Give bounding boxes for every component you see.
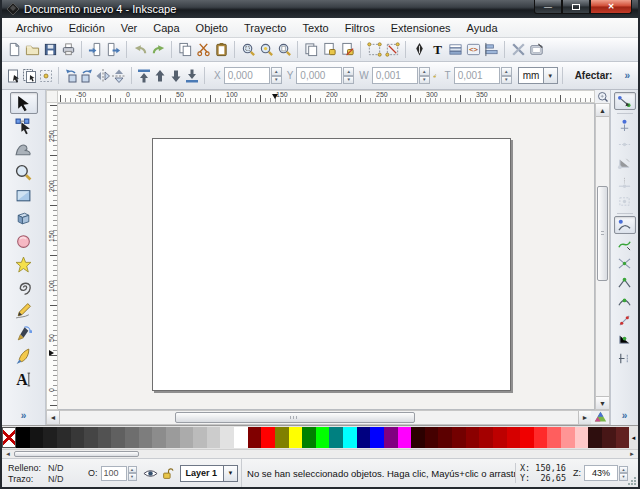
menu-texto[interactable]: Texto	[294, 20, 336, 36]
palette-swatch[interactable]	[602, 427, 616, 448]
ungroup-button[interactable]	[384, 40, 400, 59]
input-devices-button[interactable]	[528, 40, 544, 59]
deselect-button[interactable]	[38, 65, 54, 86]
palette-swatch[interactable]	[248, 427, 262, 448]
units-dropdown[interactable]: mm▼	[518, 67, 558, 84]
tool-tweak-button[interactable]	[10, 138, 38, 160]
fill-stroke-indicator[interactable]: Relleno: N/D Trazo: N/D	[4, 463, 86, 484]
menu-archivo[interactable]: Archivo	[8, 20, 61, 36]
snap-nodes-button[interactable]	[614, 216, 636, 234]
opacity-field[interactable]	[101, 466, 127, 481]
snap-cusp-nodes-button[interactable]	[614, 273, 636, 291]
palette-swatch[interactable]	[16, 427, 30, 448]
canvas[interactable]	[58, 103, 595, 410]
palette-swatch[interactable]	[384, 427, 398, 448]
scroll-up-icon[interactable]: ▲	[596, 104, 609, 117]
select-all-button[interactable]	[6, 65, 22, 86]
x-spinner[interactable]: ▲▼	[271, 67, 282, 84]
snap-bbox-corners-button[interactable]	[614, 154, 636, 172]
minimize-button[interactable]: —	[534, 0, 562, 14]
zoom-page-button[interactable]	[276, 40, 292, 59]
palette-swatch[interactable]	[479, 427, 493, 448]
layer-lock-icon[interactable]	[162, 467, 175, 480]
palette-swatch[interactable]	[534, 427, 548, 448]
zoom-corner-button[interactable]	[595, 90, 610, 103]
tool-controls-expander[interactable]: »	[620, 70, 634, 81]
width-spinner[interactable]: ▲▼	[419, 67, 430, 84]
tool-bezier-button[interactable]	[10, 322, 38, 344]
text-dialog-button[interactable]: T	[429, 40, 445, 59]
palette-swatch[interactable]	[43, 427, 57, 448]
snap-enable-button[interactable]	[614, 92, 636, 110]
lower-to-bottom-button[interactable]	[184, 65, 200, 86]
palette-scrollbar-thumb[interactable]	[14, 451, 139, 457]
preferences-button[interactable]	[510, 40, 526, 59]
tool-selector-button[interactable]	[10, 92, 38, 114]
close-button[interactable]: ✕	[590, 0, 632, 14]
snap-paths-button[interactable]	[614, 235, 636, 253]
menu-objeto[interactable]: Objeto	[188, 20, 236, 36]
maximize-button[interactable]	[562, 0, 590, 14]
lower-button[interactable]	[168, 65, 184, 86]
zoom-drawing-button[interactable]	[258, 40, 274, 59]
snap-rotation-centers-button[interactable]	[614, 349, 636, 367]
menu-edicion[interactable]: Edición	[61, 20, 113, 36]
tool-ellipse-button[interactable]	[10, 230, 38, 252]
height-spinner[interactable]: ▲▼	[501, 67, 512, 84]
palette-swatch[interactable]	[547, 427, 561, 448]
horizontal-scrollbar[interactable]: ◄ ►	[46, 410, 610, 425]
palette-swatch[interactable]	[370, 427, 384, 448]
document-page[interactable]	[152, 138, 511, 391]
palette-swatch[interactable]	[425, 427, 439, 448]
tool-rectangle-button[interactable]	[10, 184, 38, 206]
snap-bbox-button[interactable]	[614, 116, 636, 134]
tool-star-button[interactable]	[10, 253, 38, 275]
palette-swatch[interactable]	[493, 427, 507, 448]
new-document-button[interactable]	[6, 40, 22, 59]
palette-swatch[interactable]	[275, 427, 289, 448]
menu-trayecto[interactable]: Trayecto	[236, 20, 294, 36]
y-spinner[interactable]: ▲▼	[343, 67, 354, 84]
palette-swatch[interactable]	[71, 427, 85, 448]
palette-swatch[interactable]	[588, 427, 602, 448]
tool-3d-box-button[interactable]	[10, 207, 38, 229]
x-field[interactable]	[224, 67, 270, 84]
tool-pencil-button[interactable]	[10, 299, 38, 321]
cms-toggle-button[interactable]	[591, 411, 609, 424]
palette-swatch[interactable]	[57, 427, 71, 448]
no-color-swatch[interactable]	[2, 427, 16, 448]
palette-swatch[interactable]	[398, 427, 412, 448]
align-dialog-button[interactable]	[483, 40, 499, 59]
toolbox-expander[interactable]: »	[21, 410, 27, 421]
palette-swatch[interactable]	[452, 427, 466, 448]
tool-calligraphy-button[interactable]	[10, 345, 38, 367]
lock-ratio-icon[interactable]	[433, 69, 437, 83]
palette-swatch[interactable]	[316, 427, 330, 448]
zoom-field[interactable]	[584, 465, 618, 481]
flip-horizontal-button[interactable]	[95, 65, 111, 86]
palette-swatch[interactable]	[507, 427, 521, 448]
palette-swatch[interactable]	[575, 427, 589, 448]
palette-swatch[interactable]	[561, 427, 575, 448]
palette-scroll-right-icon[interactable]: ►	[626, 450, 638, 458]
vertical-scrollbar[interactable]: ▲ ▼	[595, 103, 610, 410]
import-button[interactable]	[87, 40, 103, 59]
snapbar-expander[interactable]: »	[622, 410, 628, 421]
raise-to-top-button[interactable]	[136, 65, 152, 86]
cut-button[interactable]	[195, 40, 211, 59]
palette-swatch[interactable]	[139, 427, 153, 448]
scroll-right-icon[interactable]: ►	[578, 411, 591, 424]
palette-swatch[interactable]	[84, 427, 98, 448]
palette-swatch[interactable]	[207, 427, 221, 448]
palette-swatch[interactable]	[30, 427, 44, 448]
palette-swatch[interactable]	[98, 427, 112, 448]
palette-swatch[interactable]	[520, 427, 534, 448]
snap-midpoints-button[interactable]	[614, 311, 636, 329]
menu-capa[interactable]: Capa	[145, 20, 187, 36]
palette-swatch[interactable]	[220, 427, 234, 448]
palette-swatch[interactable]	[234, 427, 248, 448]
rotate-cw-button[interactable]	[79, 65, 95, 86]
horizontal-scrollbar-thumb[interactable]	[175, 412, 415, 423]
save-button[interactable]	[42, 40, 58, 59]
width-field[interactable]	[372, 67, 418, 84]
